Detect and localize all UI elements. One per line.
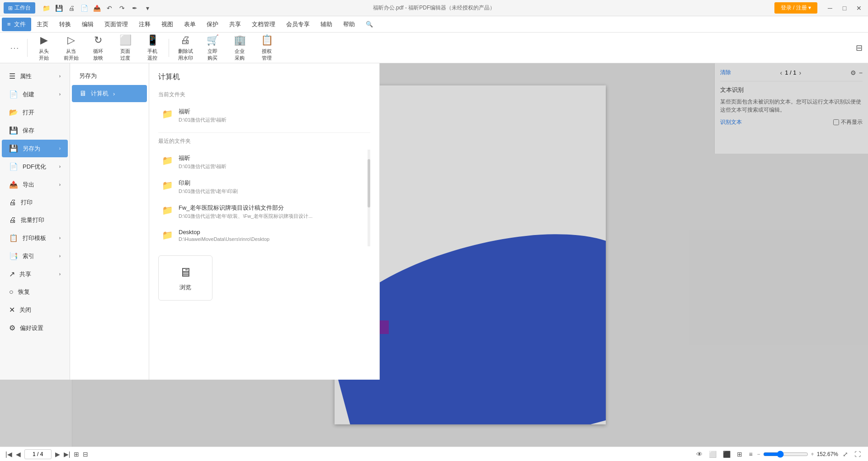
- license-button[interactable]: 📋 授权管理: [254, 34, 279, 61]
- single-page-button[interactable]: ⬜: [707, 450, 718, 459]
- close-button[interactable]: ✕: [854, 3, 864, 14]
- zoom-minus[interactable]: −: [757, 451, 760, 457]
- file-menu-saveas[interactable]: 💾 另存为 ›: [2, 140, 68, 157]
- file-menu-pdfopt[interactable]: 📄 PDF优化 ›: [2, 158, 68, 175]
- double-page-button[interactable]: ⬛: [721, 450, 732, 459]
- file-menu-print[interactable]: 🖨 打印: [2, 194, 68, 211]
- titlebar-icons: 📁 💾 🖨 📄 📤 ↶ ↷ ✒ ▾: [42, 4, 152, 13]
- add-page-button[interactable]: ⊞: [74, 451, 79, 458]
- extract-page-button[interactable]: ⊟: [83, 451, 88, 458]
- fit-width-button[interactable]: ⤢: [841, 450, 850, 459]
- zoom-plus[interactable]: +: [811, 451, 814, 457]
- menu-home[interactable]: 主页: [31, 18, 54, 31]
- menu-protect[interactable]: 保护: [201, 18, 224, 31]
- clear-button[interactable]: 清除: [720, 69, 731, 76]
- fromcurrent-button[interactable]: ▷ 从当前开始: [58, 34, 84, 61]
- export-icon[interactable]: 📤: [92, 4, 101, 13]
- current-folder-item-0[interactable]: 📁 福昕 D:\01微信代运营\福昕: [158, 103, 370, 128]
- no-show-checkbox[interactable]: [833, 119, 839, 125]
- file-menu-export[interactable]: 📤 导出 ›: [2, 176, 68, 193]
- fullscreen-button[interactable]: ⛶: [853, 450, 863, 459]
- recent-folder-item-3[interactable]: 📁 Desktop D:\HuaweiMoveData\Users\rinro\…: [158, 224, 370, 246]
- menu-file[interactable]: ≡ 文件: [2, 18, 31, 31]
- minimize-button[interactable]: ─: [825, 3, 835, 14]
- redo-icon[interactable]: ↷: [118, 4, 127, 13]
- next-page-nav-button[interactable]: ▶: [55, 451, 60, 458]
- browse-button[interactable]: 🖥 浏览: [158, 255, 212, 301]
- saveas-computer[interactable]: 🖥 计算机 ›: [72, 85, 147, 102]
- enterprise-button[interactable]: 🏢 企业采购: [227, 34, 252, 61]
- file-menu-index[interactable]: 📑 索引 ›: [2, 247, 68, 265]
- close-menu-icon: ✕: [9, 306, 15, 314]
- zoom-slider[interactable]: [763, 451, 808, 458]
- page-input[interactable]: [24, 449, 52, 459]
- fromstart-button[interactable]: ▶ 从头开始: [31, 34, 57, 61]
- scroll-page-button[interactable]: ≡: [747, 450, 754, 459]
- menu-search[interactable]: 🔍: [360, 18, 378, 30]
- recent-folders-label: 最近的文件夹: [158, 137, 370, 145]
- file-menu-share[interactable]: ↗ 共享 ›: [2, 265, 68, 283]
- remote-icon: 📱: [146, 34, 159, 46]
- menu-edit[interactable]: 编辑: [76, 18, 99, 31]
- text-recognition-section: 文本识别 某些页面包含未被识别的文本。您可以运行文本识别以便使这些文本可搜索或可…: [720, 86, 863, 126]
- recognition-link[interactable]: 识别文本: [720, 118, 742, 126]
- menu-assist[interactable]: 辅助: [315, 18, 338, 31]
- recent-folder-item-2[interactable]: 📁 Fw_老年医院标识牌项目设计稿文件部分 D:\01微信代运营\老年\软装、\…: [158, 199, 370, 224]
- collapse-icon[interactable]: ⊟: [856, 43, 863, 53]
- prev-page-button[interactable]: ‹: [780, 69, 783, 76]
- file-menu-recover[interactable]: ○ 恢复: [2, 283, 68, 301]
- titlebar-left: ⊞ 工作台 📁 💾 🖨 📄 📤 ↶ ↷ ✒ ▾: [4, 2, 152, 14]
- grid-page-button[interactable]: ⊞: [735, 450, 744, 459]
- login-button[interactable]: 登录 / 注册 ▾: [774, 2, 817, 14]
- menu-convert[interactable]: 转换: [54, 18, 76, 31]
- file-menu-batchprint[interactable]: 🖨 批量打印: [2, 212, 68, 229]
- remote-button[interactable]: 📱 手机遥控: [140, 34, 165, 61]
- maximize-button[interactable]: □: [839, 3, 850, 14]
- prev-page-nav-button[interactable]: ◀: [16, 451, 21, 458]
- menu-annotate[interactable]: 注释: [133, 18, 156, 31]
- menu-help[interactable]: 帮助: [338, 18, 360, 31]
- eye-view-button[interactable]: 👁: [694, 450, 704, 459]
- collapse-panel-button[interactable]: −: [859, 69, 863, 76]
- menu-share[interactable]: 共享: [224, 18, 246, 31]
- menu-member[interactable]: 会员专享: [281, 18, 315, 31]
- menu-page[interactable]: 页面管理: [99, 18, 133, 31]
- scrollbar-thumb[interactable]: [368, 159, 370, 207]
- file-menu-open[interactable]: 📂 打开: [2, 103, 68, 121]
- open-file-icon[interactable]: 📁: [42, 4, 51, 13]
- buy-button[interactable]: 🛒 立即购买: [200, 34, 225, 61]
- workbench-button[interactable]: ⊞ 工作台: [4, 2, 35, 14]
- file-menu-create[interactable]: 📄 创建 ›: [2, 85, 68, 103]
- menubar: ≡ 文件 主页 转换 编辑 页面管理 注释 视图 表单 保护 共享 文档管理 会…: [0, 16, 868, 33]
- file-menu-properties[interactable]: ☰ 属性 ›: [2, 67, 68, 85]
- watermark-button[interactable]: 🖨 删除试用水印: [173, 34, 198, 61]
- loop-button[interactable]: ↻ 循环放映: [85, 34, 111, 61]
- recent-folder-item-1[interactable]: 📁 印刷 D:\01微信代运营\老年\印刷: [158, 174, 370, 199]
- file-menu-save[interactable]: 💾 保存: [2, 122, 68, 139]
- settings-icon[interactable]: ⚙: [850, 69, 856, 76]
- recognition-footer: 识别文本 不再显示: [720, 118, 863, 126]
- down-icon[interactable]: ▾: [143, 4, 152, 13]
- anothersave-label: 另存为: [79, 72, 97, 80]
- menu-form[interactable]: 表单: [179, 18, 201, 31]
- save2-icon[interactable]: 📄: [80, 4, 89, 13]
- print-label: 打印: [21, 198, 33, 207]
- recent-folder-item-0[interactable]: 📁 福昕 D:\01微信代运营\福昕: [158, 150, 370, 174]
- menu-docmgmt[interactable]: 文档管理: [246, 18, 281, 31]
- first-page-button[interactable]: |◀: [5, 451, 12, 458]
- undo-icon[interactable]: ↶: [105, 4, 114, 13]
- file-menu-prefs[interactable]: ⚙ 偏好设置: [2, 319, 68, 337]
- saveas-anothersave[interactable]: 另存为: [72, 67, 147, 85]
- transition-button[interactable]: ⬜ 页面过度: [113, 34, 138, 61]
- toolbar-separator: [27, 39, 28, 57]
- save-icon[interactable]: 💾: [54, 4, 63, 13]
- file-menu-printtemplate[interactable]: 📋 打印模板 ›: [2, 229, 68, 247]
- zoom-percentage: 152.67%: [817, 451, 838, 457]
- file-menu-close[interactable]: ✕ 关闭: [2, 301, 68, 319]
- sign-icon[interactable]: ✒: [130, 4, 139, 13]
- last-page-button[interactable]: ▶|: [64, 451, 71, 458]
- prefs-label: 偏好设置: [20, 324, 43, 332]
- next-page-button[interactable]: ›: [799, 69, 802, 76]
- print-icon[interactable]: 🖨: [67, 4, 76, 13]
- menu-view[interactable]: 视图: [156, 18, 179, 31]
